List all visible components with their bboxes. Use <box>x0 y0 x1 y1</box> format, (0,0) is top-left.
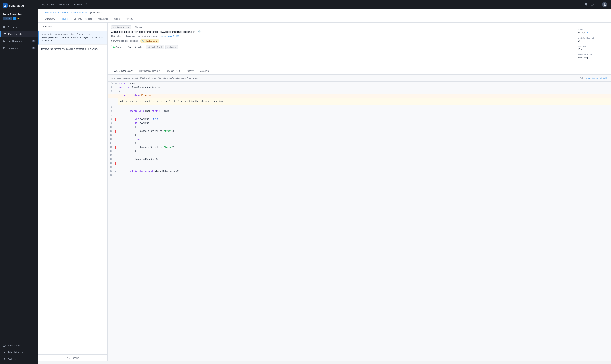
issue-link-icon[interactable]: 🔗 <box>198 30 200 34</box>
breadcrumb: Claudia Sonarova azdo org › SonarExample… <box>42 9 607 16</box>
sidebar-item-administration[interactable]: Administration <box>0 349 38 356</box>
issues-count: 1 / 2 issues <box>41 25 53 28</box>
sonarcloud-logo-icon: ☁ <box>2 3 8 8</box>
top-nav-my-projects[interactable]: My Projects <box>42 2 54 7</box>
add-icon[interactable] <box>597 3 599 6</box>
notification-icon[interactable] <box>585 3 588 6</box>
status-select[interactable]: Open ▾ <box>111 45 124 49</box>
search-icon[interactable] <box>86 3 89 6</box>
copy-icon[interactable] <box>580 77 583 79</box>
code-line-12: 12 } <box>108 133 611 137</box>
svg-point-13 <box>3 48 4 49</box>
information-icon: i <box>2 344 6 347</box>
sidebar-logo: ☁ sonarcloud <box>0 0 38 11</box>
issues-layout: 1 / 2 issues sonarqube-scanner-msbuild/.… <box>38 23 611 362</box>
status-dot <box>113 46 115 48</box>
code-path: sonarqube-scanner-msbuild/CSharpProject/… <box>111 77 198 79</box>
help-icon[interactable]: ? <box>591 3 594 6</box>
top-nav-my-issues[interactable]: My Issues <box>59 2 69 7</box>
rule-link[interactable]: csharpsquid:S1118 <box>161 35 179 38</box>
main-branch-label: Main Branch <box>8 33 36 36</box>
issue-type-badge: Intentionality issue | Not clear <box>111 26 143 29</box>
top-nav: My Projects My Issues Explore <box>42 2 89 7</box>
breadcrumb-branch-name: master <box>93 12 100 14</box>
svg-text:i: i <box>4 344 5 346</box>
info-introduced-value: 6 years ago <box>578 56 604 59</box>
issue-item-2[interactable]: Remove this method and declare a constan… <box>38 45 107 53</box>
tab-summary[interactable]: Summary <box>42 16 58 22</box>
issues-list: sonarqube-scanner-msbuild/.../Program.cs… <box>38 31 107 354</box>
info-tags-add[interactable]: + <box>587 31 588 34</box>
project-name: SonarExamples <box>2 13 36 16</box>
issue-tab-activity[interactable]: Activity <box>184 68 197 74</box>
line-marker-8 <box>115 118 116 121</box>
sidebar-item-main-branch[interactable]: Main Branch <box>0 31 38 38</box>
tab-activity[interactable]: Activity <box>123 16 136 22</box>
page-tabs: Summary Issues Security Hotspots Measure… <box>42 16 607 22</box>
breadcrumb-project[interactable]: SonarExamples <box>71 12 87 14</box>
see-all-issues-link[interactable]: See all issues in this file <box>585 77 608 79</box>
line-dot-21 <box>115 171 116 172</box>
branches-icon <box>2 46 6 50</box>
tab-measures[interactable]: Measures <box>95 16 111 22</box>
collapse-label: Collapse <box>8 358 36 361</box>
logo-cloud-icon: ☁ <box>4 4 7 7</box>
issue-tab-more-info[interactable]: More info <box>197 68 212 74</box>
smell-tag: Code Smell <box>146 45 164 49</box>
administration-label: Administration <box>8 351 36 354</box>
sidebar-item-overview[interactable]: Overview <box>0 24 38 31</box>
code-line-19: 19 } <box>108 161 611 165</box>
sidebar-logo-text: sonarcloud <box>9 4 24 7</box>
issue-detail: Intentionality issue | Not clear Add a '… <box>108 23 611 362</box>
tab-code[interactable]: Code <box>111 16 123 22</box>
issue-tab-how[interactable]: How can I fix it? <box>163 68 184 74</box>
user-avatar[interactable] <box>602 2 607 7</box>
issue-item-1[interactable]: sonarqube-scanner-msbuild/.../Program.cs… <box>38 31 107 45</box>
branches-badge: 3 <box>32 47 36 49</box>
issue-tab-where[interactable]: Where is the issue? <box>111 68 136 74</box>
smell-label: Code Smell <box>151 46 162 48</box>
assignment-select[interactable]: Not assigned ▾ <box>126 45 144 49</box>
branch-check-icon: ✓ <box>100 11 103 14</box>
svg-rect-1 <box>4 26 5 27</box>
code-line-1: 1 gileu... using System; <box>108 81 611 86</box>
issues-panel-header: 1 / 2 issues <box>38 23 107 31</box>
code-line-4: 4 public class Program <box>108 93 611 98</box>
code-line-3: 3 { <box>108 90 611 93</box>
issue-tab-why[interactable]: Why is this an issue? <box>136 68 163 74</box>
breadcrumb-org[interactable]: Claudia Sonarova azdo org <box>42 12 68 14</box>
pull-requests-label: Pull Requests <box>8 40 30 42</box>
star-icon[interactable]: ★ <box>17 17 20 20</box>
svg-rect-32 <box>581 77 582 79</box>
code-line-9: 9 if (iAmTrue) <box>108 121 611 125</box>
pull-requests-badge: 0 <box>32 40 36 42</box>
project-badges: PUBLIC C ★ <box>2 17 36 20</box>
sidebar-item-pull-requests[interactable]: Pull Requests 0 <box>0 38 38 44</box>
svg-point-26 <box>90 12 91 12</box>
code-line-17: 17 <box>108 154 611 157</box>
issue-file-1: sonarqube-scanner-msbuild/.../Program.cs <box>42 33 104 35</box>
svg-point-8 <box>3 40 4 40</box>
refresh-icon[interactable] <box>101 25 104 28</box>
sidebar-item-branches[interactable]: Branches 3 <box>0 44 38 51</box>
svg-point-5 <box>4 35 5 35</box>
code-line-8: 8 var iAmTrue = true; <box>108 117 611 121</box>
code-header: sonarqube-scanner-msbuild/CSharpProject/… <box>108 75 611 81</box>
code-body: 1 gileu... using System; 2 namespace Som… <box>108 81 611 177</box>
issue-actions: Open ▾ Not assigned ▾ Code Smell <box>111 45 572 49</box>
sidebar-item-information[interactable]: i Information <box>0 342 38 349</box>
breadcrumb-branch: master ✓ <box>90 11 103 14</box>
line-gutter-1: gileu... <box>114 81 118 86</box>
code-line-11: 11 Console.WriteLine("true"); <box>108 130 611 133</box>
info-tags-label: Tags <box>578 28 604 31</box>
sidebar-item-collapse[interactable]: Collapse <box>0 356 38 363</box>
info-introduced-section: Introduced 6 years ago <box>578 53 604 59</box>
top-nav-explore[interactable]: Explore <box>74 2 82 7</box>
info-line-label: Line affected <box>578 37 604 39</box>
tab-issues[interactable]: Issues <box>58 16 71 22</box>
code-line-16: 16 } <box>108 149 611 154</box>
code-line-22: 22 { <box>108 173 611 177</box>
code-line-10: 10 { <box>108 125 611 130</box>
tab-security-hotspots[interactable]: Security Hotspots <box>70 16 95 22</box>
info-introduced-label: Introduced <box>578 53 604 56</box>
